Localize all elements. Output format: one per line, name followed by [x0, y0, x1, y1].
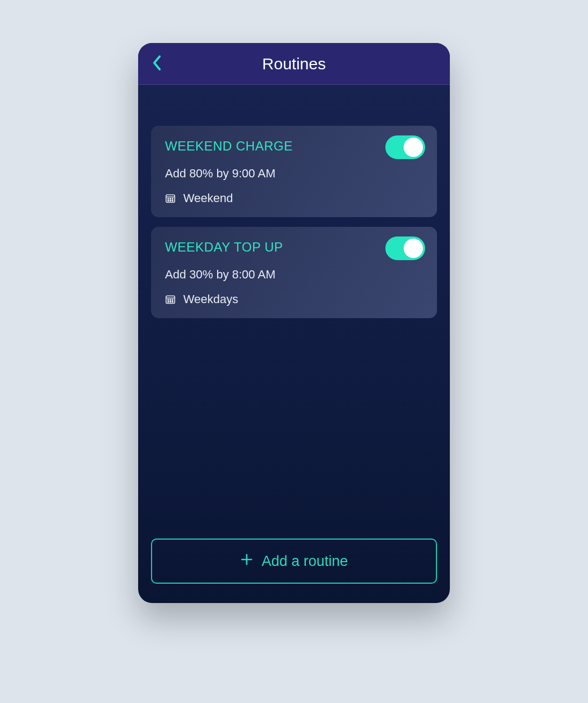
calendar-icon [165, 193, 176, 204]
toggle-knob [404, 138, 423, 157]
routine-schedule-row: Weekdays [165, 292, 423, 306]
svg-point-15 [172, 302, 173, 303]
svg-point-7 [172, 200, 173, 202]
svg-point-4 [172, 198, 173, 199]
routine-card[interactable]: WEEKDAY TOP UP Add 30% by 8:00 AM [151, 227, 437, 318]
routine-description: Add 80% by 9:00 AM [165, 167, 423, 181]
toggle-knob [404, 239, 423, 258]
back-button[interactable] [144, 43, 170, 84]
svg-point-2 [168, 198, 169, 199]
add-routine-button[interactable]: Add a routine [151, 539, 437, 584]
routine-toggle[interactable] [385, 135, 425, 159]
routine-schedule-label: Weekdays [183, 292, 238, 306]
svg-point-10 [168, 299, 169, 300]
svg-point-12 [172, 299, 173, 300]
routine-title: WEEKEND CHARGE [165, 139, 423, 154]
routine-schedule-label: Weekend [183, 191, 233, 205]
svg-point-5 [168, 200, 169, 202]
svg-point-13 [168, 302, 169, 303]
routine-toggle[interactable] [385, 236, 425, 260]
stage: Routines WEEKEND CHARGE Add 80% by 9:00 … [0, 0, 588, 703]
svg-point-6 [170, 200, 171, 202]
phone-frame: Routines WEEKEND CHARGE Add 80% by 9:00 … [138, 43, 450, 603]
routine-title: WEEKDAY TOP UP [165, 240, 423, 255]
routines-list: WEEKEND CHARGE Add 80% by 9:00 AM [138, 85, 450, 539]
plus-icon [240, 553, 253, 570]
svg-point-3 [170, 198, 171, 199]
routine-schedule-row: Weekend [165, 191, 423, 205]
routine-card[interactable]: WEEKEND CHARGE Add 80% by 9:00 AM [151, 126, 437, 217]
add-routine-label: Add a routine [262, 553, 348, 570]
svg-point-14 [170, 302, 171, 303]
routine-description: Add 30% by 8:00 AM [165, 268, 423, 282]
footer: Add a routine [138, 539, 450, 603]
calendar-icon [165, 294, 176, 305]
page-title: Routines [262, 55, 326, 73]
svg-point-11 [170, 299, 171, 300]
chevron-left-icon [152, 55, 162, 73]
header-bar: Routines [138, 43, 450, 85]
